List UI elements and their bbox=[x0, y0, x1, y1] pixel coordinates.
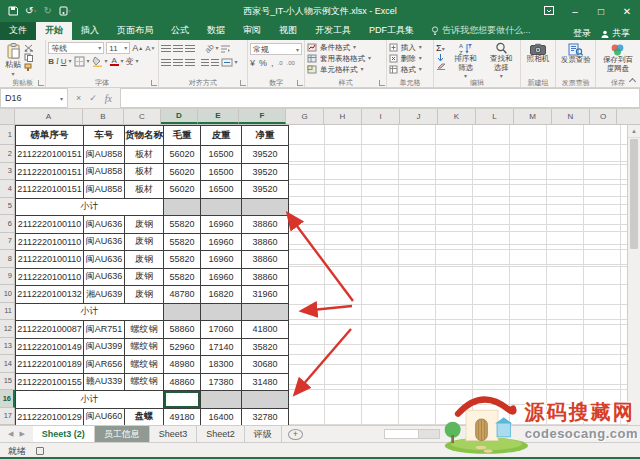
header-cell[interactable]: 毛重 bbox=[164, 126, 201, 146]
data-cell[interactable]: 闽AR656 bbox=[84, 356, 125, 374]
data-cell[interactable]: 螺纹钢 bbox=[125, 373, 164, 391]
insert-cells-button[interactable]: 插入▾ bbox=[389, 42, 431, 53]
data-cell[interactable]: 板材 bbox=[125, 163, 164, 181]
phonetic-guide-button[interactable]: 变 bbox=[126, 56, 134, 67]
column-header-J[interactable]: J bbox=[400, 109, 438, 124]
save-to-baidu-netdisk-button[interactable]: 保存到百度网盘 bbox=[598, 43, 638, 73]
column-header-C[interactable]: C bbox=[124, 109, 161, 124]
data-cell[interactable]: 48980 bbox=[164, 356, 201, 374]
tab-开始[interactable]: 开始 bbox=[36, 22, 72, 40]
italic-button[interactable]: I bbox=[56, 56, 59, 67]
subtotal-empty-cell[interactable] bbox=[201, 303, 242, 321]
data-cell[interactable]: 17140 bbox=[201, 338, 242, 356]
data-cell[interactable]: 2112220100110 bbox=[16, 251, 84, 269]
delete-cells-button[interactable]: 删除▾ bbox=[389, 53, 431, 64]
save-icon[interactable] bbox=[8, 6, 18, 16]
align-top-icon[interactable] bbox=[161, 45, 171, 53]
grow-font-button[interactable]: A▲ bbox=[132, 43, 143, 54]
align-center-icon[interactable] bbox=[173, 59, 183, 67]
decrease-decimal-icon[interactable]: .00 bbox=[287, 58, 295, 69]
data-cell[interactable]: 56020 bbox=[164, 146, 201, 164]
underline-button[interactable]: U bbox=[61, 56, 67, 67]
tell-me-box[interactable]: 告诉我您想要做什么... bbox=[423, 22, 539, 40]
horizontal-scroll-thumb[interactable] bbox=[385, 430, 419, 438]
minimize-icon[interactable]: – bbox=[562, 6, 588, 17]
enter-icon[interactable]: ✓ bbox=[89, 93, 97, 103]
row-header-6[interactable]: 6 bbox=[0, 215, 15, 233]
insert-function-icon[interactable]: fx bbox=[105, 93, 112, 104]
row-header-14[interactable]: 14 bbox=[0, 355, 15, 373]
tab-PDF工具集[interactable]: PDF工具集 bbox=[360, 22, 423, 40]
column-header-A[interactable]: A bbox=[15, 109, 83, 124]
font-name-select[interactable]: 等线▾ bbox=[48, 42, 104, 54]
data-cell[interactable]: 38860 bbox=[242, 216, 289, 234]
data-cell[interactable]: 闽AU636 bbox=[84, 251, 125, 269]
header-cell[interactable]: 磅单序号 bbox=[16, 126, 84, 146]
vertical-scrollbar[interactable]: ▲ bbox=[627, 125, 640, 425]
tab-插入[interactable]: 插入 bbox=[72, 22, 108, 40]
data-cell[interactable]: 16960 bbox=[201, 216, 242, 234]
data-cell[interactable]: 2112220100155 bbox=[16, 373, 84, 391]
header-cell[interactable]: 车号 bbox=[84, 126, 125, 146]
increase-decimal-icon[interactable]: .0 bbox=[278, 58, 283, 69]
row-header-3[interactable]: 3 bbox=[0, 163, 15, 181]
row-header-2[interactable]: 2 bbox=[0, 145, 15, 163]
subtotal-empty-cell[interactable] bbox=[242, 303, 289, 321]
data-cell[interactable]: 55820 bbox=[164, 251, 201, 269]
data-cell[interactable]: 2112220100189 bbox=[16, 356, 84, 374]
sheet-tab-Sheet3-(2)[interactable]: Sheet3 (2) bbox=[33, 426, 95, 442]
column-header-I[interactable]: I bbox=[362, 109, 400, 124]
horizontal-scrollbar[interactable] bbox=[384, 429, 440, 439]
clipboard-dialog-launcher[interactable] bbox=[38, 80, 44, 86]
tab-公式[interactable]: 公式 bbox=[162, 22, 198, 40]
data-cell[interactable]: 废钢 bbox=[125, 286, 164, 304]
comma-format-icon[interactable]: , bbox=[271, 58, 274, 69]
data-cell[interactable]: 56020 bbox=[164, 163, 201, 181]
format-as-table-button[interactable]: 套用表格格式▾ bbox=[307, 53, 384, 64]
data-cell[interactable]: 16400 bbox=[201, 408, 242, 425]
increase-indent-icon[interactable] bbox=[211, 59, 219, 67]
align-right-icon[interactable] bbox=[185, 59, 195, 67]
data-cell[interactable]: 2112220100151 bbox=[16, 146, 84, 164]
column-header-H[interactable]: H bbox=[324, 109, 362, 124]
data-cell[interactable]: 螺纹钢 bbox=[125, 338, 164, 356]
column-header-M[interactable]: M bbox=[514, 109, 552, 124]
subtotal-label-cell[interactable]: 小计 bbox=[16, 391, 164, 409]
data-cell[interactable]: 39520 bbox=[242, 181, 289, 199]
row-header-13[interactable]: 13 bbox=[0, 338, 15, 356]
data-cell[interactable]: 赣AU339 bbox=[84, 373, 125, 391]
data-cell[interactable]: 16500 bbox=[201, 146, 242, 164]
row-header-10[interactable]: 10 bbox=[0, 285, 15, 303]
column-header-K[interactable]: K bbox=[438, 109, 476, 124]
number-format-select[interactable]: 常规▾ bbox=[250, 43, 302, 55]
data-cell[interactable]: 废钢 bbox=[125, 268, 164, 286]
column-header-E[interactable]: E bbox=[198, 109, 239, 124]
tab-页面布局[interactable]: 页面布局 bbox=[108, 22, 162, 40]
styles-dialog-launcher[interactable] bbox=[379, 80, 385, 86]
data-cell[interactable]: 2112220100110 bbox=[16, 233, 84, 251]
data-cell[interactable]: 2112220100149 bbox=[16, 338, 84, 356]
tab-开发工具[interactable]: 开发工具 bbox=[306, 22, 360, 40]
data-cell[interactable]: 18300 bbox=[201, 356, 242, 374]
data-cell[interactable]: 17060 bbox=[201, 321, 242, 339]
accounting-format-icon[interactable]: ¥ bbox=[250, 58, 255, 69]
data-cell[interactable]: 35820 bbox=[242, 338, 289, 356]
data-cell[interactable]: 2112220100129 bbox=[16, 408, 84, 425]
ribbon-display-options-icon[interactable] bbox=[536, 6, 562, 17]
header-cell[interactable]: 货物名称 bbox=[125, 126, 164, 146]
row-header-15[interactable]: 15 bbox=[0, 373, 15, 391]
data-cell[interactable]: 48860 bbox=[164, 373, 201, 391]
format-cells-button[interactable]: 格式▾ bbox=[389, 64, 431, 75]
data-cell[interactable]: 2112220100087 bbox=[16, 321, 84, 339]
data-cell[interactable]: 17380 bbox=[201, 373, 242, 391]
column-header-D[interactable]: D bbox=[161, 109, 198, 124]
subtotal-label-cell[interactable]: 小计 bbox=[16, 303, 164, 321]
copy-icon[interactable] bbox=[24, 53, 34, 62]
data-cell[interactable]: 38860 bbox=[242, 233, 289, 251]
cell-styles-button[interactable]: 单元格样式▾ bbox=[307, 64, 384, 75]
formula-input[interactable] bbox=[121, 88, 640, 108]
data-cell[interactable]: 16820 bbox=[201, 286, 242, 304]
data-cell[interactable]: 56020 bbox=[164, 181, 201, 199]
data-cell[interactable]: 2112220100151 bbox=[16, 181, 84, 199]
fill-color-icon[interactable] bbox=[92, 56, 103, 67]
